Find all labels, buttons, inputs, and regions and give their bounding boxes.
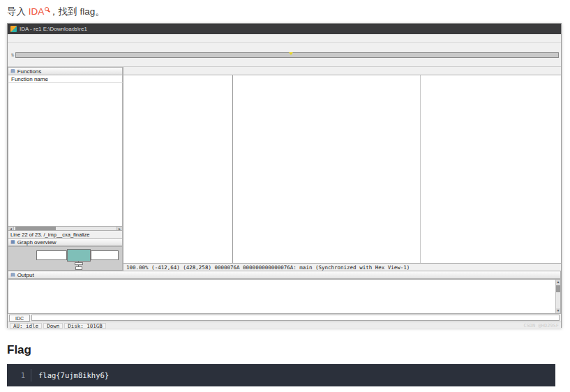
scroll-track[interactable]: [14, 227, 117, 230]
function-list: [8, 83, 123, 226]
scroll-thumb[interactable]: [556, 285, 560, 292]
scroll-right-icon[interactable]: ►: [117, 227, 122, 230]
menu-bar: [8, 34, 561, 43]
window-title: IDA - re1 E:\Downloads\re1: [20, 26, 87, 32]
functions-panel-title: Functions: [17, 68, 42, 75]
title-bar: IDA - re1 E:\Downloads\re1: [8, 24, 561, 34]
functions-panel-icon: ▤: [10, 68, 15, 74]
functions-status-line: Line 22 of 23. /_imp__cxa_finalize: [8, 231, 123, 238]
scroll-down-icon[interactable]: ▼: [556, 308, 560, 313]
intro-suffix: ，找到 flag。: [49, 6, 105, 17]
status-bar: AU: idle Down Disk: 101GB CSDN @HD29SF: [8, 322, 561, 329]
status-au: AU: idle: [10, 323, 42, 329]
band-grip-icon[interactable]: ⇅: [10, 52, 15, 58]
toolbar: [8, 43, 561, 52]
graph-node: [75, 262, 83, 265]
ida-app-icon: [10, 26, 17, 32]
graph-node: [91, 250, 119, 260]
functions-horizontal-scrollbar[interactable]: ◄ ►: [8, 226, 123, 231]
watermark-text: CSDN @HD29SF: [523, 323, 559, 329]
cli-input[interactable]: [31, 315, 560, 321]
output-panel-icon: ▤: [10, 272, 15, 278]
flag-code-text[interactable]: flag{7ujm8ikhy6}: [31, 371, 109, 379]
graph-node: [75, 266, 82, 270]
left-column: ▤ Functions Function name ◄ ► Line 22 of…: [8, 67, 123, 271]
pane-divider: [420, 75, 421, 263]
output-vertical-scrollbar[interactable]: ▲ ▼: [555, 280, 560, 313]
cli-row: IDC: [8, 314, 561, 322]
output-panel-title: Output: [17, 272, 34, 278]
view-status-line: 100.00% (-412,64) (428,258) 0000076A 000…: [123, 263, 561, 271]
status-down: Down: [43, 323, 63, 329]
ida-view-a-canvas[interactable]: [123, 75, 561, 263]
intro-prefix: 导入: [7, 6, 29, 17]
graph-overview-header: ▦ Graph overview: [8, 238, 123, 246]
graph-overview-title: Graph overview: [17, 239, 57, 246]
scroll-up-icon[interactable]: ▲: [556, 280, 560, 285]
code-line-number: 1: [7, 371, 31, 379]
ida-link[interactable]: IDA: [29, 6, 45, 17]
graph-node: [36, 250, 67, 260]
graph-overview-icon: ▦: [10, 239, 15, 245]
ida-window: IDA - re1 E:\Downloads\re1 ⇅ ▤ Functions…: [7, 23, 562, 328]
idc-tab[interactable]: IDC: [9, 315, 30, 322]
scroll-left-icon[interactable]: ◄: [8, 227, 14, 230]
scroll-thumb[interactable]: [15, 227, 56, 230]
navigation-band[interactable]: [15, 52, 559, 58]
output-panel-body: ▲ ▼: [8, 279, 561, 314]
view-tab-row: [123, 67, 561, 75]
band-position-marker: [289, 52, 293, 55]
status-disk: Disk: 101GB: [64, 323, 106, 329]
graph-overview-canvas[interactable]: [8, 246, 123, 271]
flag-heading: Flag: [7, 343, 31, 357]
output-panel-header: ▤ Output: [8, 271, 561, 279]
navigation-band-row: ⇅: [8, 52, 561, 59]
right-column: 100.00% (-412,64) (428,258) 0000076A 000…: [123, 67, 561, 271]
function-name-column-header[interactable]: Function name: [8, 75, 123, 83]
intro-text: 导入 IDA，找到 flag。: [0, 0, 570, 18]
main-area: ▤ Functions Function name ◄ ► Line 22 of…: [8, 67, 561, 271]
flag-code-block: 1 flag{7ujm8ikhy6}: [7, 364, 555, 386]
functions-panel-header: ▤ Functions: [8, 67, 123, 75]
pane-divider: [232, 75, 233, 263]
graph-view-rect: [67, 249, 91, 262]
search-icon: [45, 7, 49, 11]
color-legend: [8, 59, 561, 67]
